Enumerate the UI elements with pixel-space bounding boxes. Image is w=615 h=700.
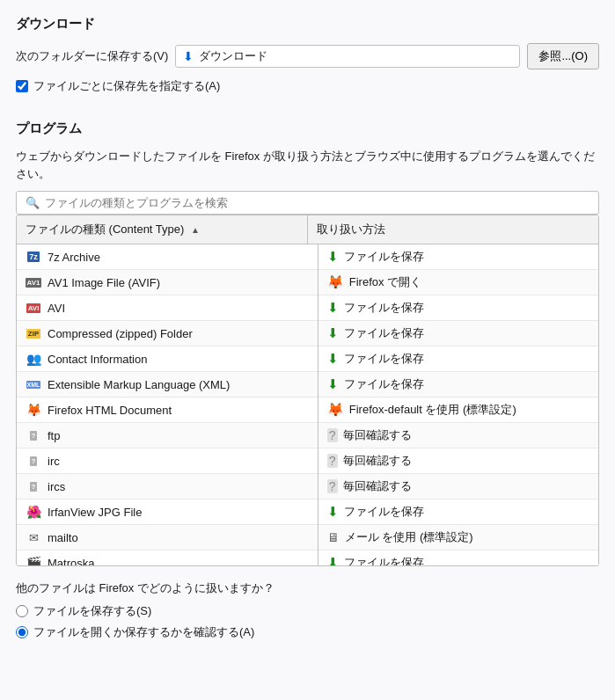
mail-handle-icon: 🖥	[327, 530, 340, 544]
contact-icon: 👥	[26, 351, 41, 367]
radio-ask[interactable]	[16, 626, 28, 638]
type-cell-4: 👥 Contact Information	[17, 346, 318, 372]
matroska-icon: 🎬	[26, 555, 41, 565]
type-cell-9: ? ircs	[17, 474, 318, 499]
save-handle-icon: ⬇	[327, 300, 339, 316]
save-handle-icon: ⬇	[327, 325, 339, 341]
table-row[interactable]: 🌺 IrfanView JPG File ⬇ ファイルを保存	[17, 499, 598, 525]
type-cell-2: AVI AVI	[17, 295, 318, 321]
7z-icon: 7z	[26, 249, 41, 265]
save-handle-icon: ⬇	[327, 351, 339, 367]
ftp-icon: ?	[26, 427, 41, 443]
table-row[interactable]: 7z 7z Archive ⬇ ファイルを保存	[17, 244, 598, 270]
save-handle-icon: ⬇	[327, 249, 339, 265]
file-table-wrap: ファイルの種類 (Content Type) ▲ 取り扱い方法 7z 7z Ar…	[16, 215, 599, 566]
avi-icon: AVI	[26, 300, 41, 316]
col-handle-header[interactable]: 取り扱い方法	[308, 215, 599, 244]
radio-row-1: ファイルを保存する(S)	[16, 603, 599, 619]
xml-icon: XML	[26, 376, 41, 392]
table-row[interactable]: AVI AVI ⬇ ファイルを保存	[17, 295, 598, 321]
save-handle-icon: ⬇	[327, 555, 339, 565]
type-cell-0: 7z 7z Archive	[17, 244, 318, 270]
firefox-handle-icon: 🦊	[327, 274, 344, 290]
sort-arrow-icon: ▲	[191, 225, 200, 235]
type-cell-7: ? ftp	[17, 423, 318, 448]
handle-cell-12: ⬇ ファイルを保存	[318, 551, 598, 566]
type-cell-8: ? irc	[17, 448, 318, 474]
ftp-icon: ?	[26, 453, 41, 469]
programs-title: プログラム	[16, 120, 599, 137]
zip-icon: ZIP	[26, 325, 41, 341]
type-cell-6: 🦊 Firefox HTML Document	[17, 397, 318, 423]
ask-handle-icon: ?	[327, 428, 338, 442]
table-row[interactable]: 👥 Contact Information ⬇ ファイルを保存	[17, 346, 598, 372]
handle-cell-1: 🦊 Firefox で開く	[318, 270, 598, 295]
per-file-label: ファイルごとに保存先を指定する(A)	[33, 78, 220, 94]
programs-section: プログラム ウェブからダウンロードしたファイルを Firefox が取り扱う方法…	[16, 120, 599, 566]
folder-input[interactable]	[199, 50, 512, 63]
handle-cell-4: ⬇ ファイルを保存	[318, 346, 598, 372]
search-wrap: 🔍	[16, 191, 599, 215]
search-icon: 🔍	[26, 196, 40, 209]
handle-cell-11: 🖥 メール を使用 (標準設定)	[318, 525, 598, 551]
type-cell-5: XML Extensible Markup Language (XML)	[17, 372, 318, 397]
table-row[interactable]: ? ircs ? 毎回確認する	[17, 474, 598, 499]
save-handle-icon: ⬇	[327, 504, 339, 520]
radio-save-label: ファイルを保存する(S)	[33, 603, 151, 619]
folder-input-wrap: ⬇	[175, 45, 520, 68]
bottom-label: 他のファイルは Firefox でどのように扱いますか？	[16, 580, 599, 596]
table-scroll[interactable]: 7z 7z Archive ⬇ ファイルを保存 AV1 AV1 Image Fi…	[17, 244, 598, 565]
save-handle-icon: ⬇	[327, 376, 339, 392]
type-cell-1: AV1 AV1 Image File (AVIF)	[17, 270, 318, 295]
programs-desc: ウェブからダウンロードしたファイルを Firefox が取り扱う方法とブラウズ中…	[16, 148, 599, 182]
irfan-icon: 🌺	[26, 504, 41, 520]
table-row[interactable]: 🦊 Firefox HTML Document 🦊 Firefox-defaul…	[17, 397, 598, 423]
handle-cell-5: ⬇ ファイルを保存	[318, 372, 598, 397]
checkbox-row: ファイルごとに保存先を指定する(A)	[16, 78, 599, 94]
av1-icon: AV1	[26, 274, 41, 290]
table-row[interactable]: ? irc ? 毎回確認する	[17, 448, 598, 474]
folder-row: 次のフォルダーに保存する(V) ⬇ 参照...(O)	[16, 43, 599, 69]
col-type-header[interactable]: ファイルの種類 (Content Type) ▲	[17, 215, 308, 244]
radio-row-2: ファイルを開くか保存するかを確認する(A)	[16, 624, 599, 640]
download-section: ダウンロード 次のフォルダーに保存する(V) ⬇ 参照...(O) ファイルごと…	[16, 16, 599, 94]
type-cell-10: 🌺 IrfanView JPG File	[17, 499, 318, 525]
per-file-checkbox[interactable]	[16, 80, 28, 92]
ask-handle-icon: ?	[327, 479, 338, 493]
handle-cell-10: ⬇ ファイルを保存	[318, 499, 598, 525]
browse-button[interactable]: 参照...(O)	[527, 43, 599, 69]
html-icon: 🦊	[26, 402, 41, 418]
search-input[interactable]	[45, 196, 589, 209]
table-row[interactable]: ? ftp ? 毎回確認する	[17, 423, 598, 448]
handle-cell-9: ? 毎回確認する	[318, 474, 598, 499]
type-cell-11: ✉ mailto	[17, 525, 318, 551]
ftp-icon: ?	[26, 478, 41, 494]
handle-cell-6: 🦊 Firefox-default を使用 (標準設定)	[318, 397, 598, 423]
table-row[interactable]: 🎬 Matroska ⬇ ファイルを保存	[17, 551, 598, 566]
table-row[interactable]: AV1 AV1 Image File (AVIF) 🦊 Firefox で開く	[17, 270, 598, 295]
handle-cell-3: ⬇ ファイルを保存	[318, 321, 598, 346]
handle-cell-2: ⬇ ファイルを保存	[318, 295, 598, 321]
file-table: ファイルの種類 (Content Type) ▲ 取り扱い方法	[17, 215, 598, 244]
table-row[interactable]: XML Extensible Markup Language (XML) ⬇ フ…	[17, 372, 598, 397]
type-cell-3: ZIP Compressed (zipped) Folder	[17, 321, 318, 346]
table-row[interactable]: ZIP Compressed (zipped) Folder ⬇ ファイルを保存	[17, 321, 598, 346]
radio-save[interactable]	[16, 605, 28, 617]
folder-label: 次のフォルダーに保存する(V)	[16, 48, 168, 64]
ask-handle-icon: ?	[327, 454, 338, 468]
type-cell-12: 🎬 Matroska	[17, 551, 318, 566]
download-arrow-icon: ⬇	[183, 49, 194, 63]
handle-cell-8: ? 毎回確認する	[318, 448, 598, 474]
table-row[interactable]: ✉ mailto 🖥 メール を使用 (標準設定)	[17, 525, 598, 551]
mailto-icon: ✉	[26, 529, 41, 545]
handle-cell-7: ? 毎回確認する	[318, 423, 598, 448]
handle-cell-0: ⬇ ファイルを保存	[318, 244, 598, 270]
radio-ask-label: ファイルを開くか保存するかを確認する(A)	[33, 624, 254, 640]
firefox-handle-icon: 🦊	[327, 402, 344, 418]
bottom-section: 他のファイルは Firefox でどのように扱いますか？ ファイルを保存する(S…	[16, 580, 599, 640]
download-title: ダウンロード	[16, 16, 599, 33]
file-table-body: 7z 7z Archive ⬇ ファイルを保存 AV1 AV1 Image Fi…	[17, 244, 598, 565]
